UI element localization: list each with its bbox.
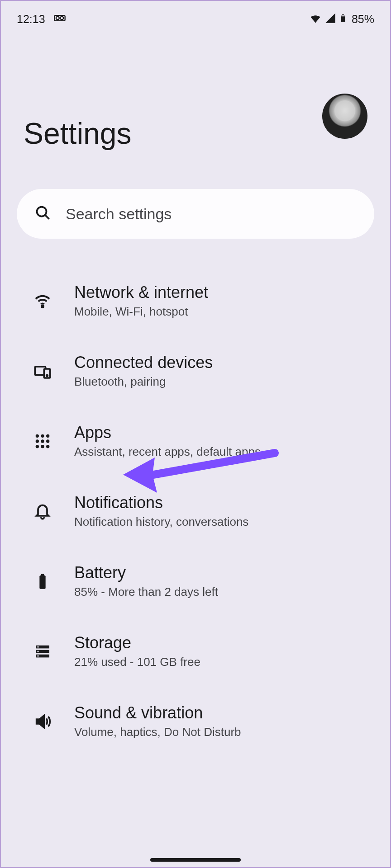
svg-rect-4 — [342, 14, 344, 15]
item-subtitle: 21% used - 101 GB free — [74, 655, 200, 669]
svg-point-26 — [37, 646, 38, 647]
settings-item-battery[interactable]: Battery 85% - More than 2 days left — [1, 546, 390, 616]
svg-point-14 — [46, 434, 49, 437]
settings-item-network[interactable]: Network & internet Mobile, Wi-Fi, hotspo… — [1, 266, 390, 336]
svg-point-16 — [41, 439, 44, 443]
svg-point-1 — [56, 17, 59, 20]
item-title: Apps — [74, 423, 261, 442]
header: Settings — [1, 33, 390, 157]
profile-avatar[interactable] — [322, 94, 367, 139]
status-time: 12:13 — [17, 13, 45, 26]
svg-line-7 — [45, 215, 49, 219]
svg-point-17 — [46, 439, 49, 443]
page-title: Settings — [24, 118, 131, 148]
item-subtitle: Volume, haptics, Do Not Disturb — [74, 725, 241, 739]
bell-icon — [33, 501, 52, 521]
battery-icon — [33, 571, 52, 591]
svg-point-20 — [46, 445, 49, 448]
devices-icon — [33, 361, 52, 381]
svg-rect-22 — [41, 574, 44, 576]
svg-point-13 — [41, 434, 44, 437]
svg-point-18 — [36, 445, 39, 448]
search-bar[interactable]: Search settings — [17, 189, 374, 239]
volume-icon — [33, 712, 52, 731]
storage-icon — [33, 642, 52, 661]
status-left: 12:13 — [17, 12, 66, 26]
settings-item-connected-devices[interactable]: Connected devices Bluetooth, pairing — [1, 336, 390, 406]
svg-point-27 — [37, 651, 38, 652]
svg-point-12 — [36, 434, 39, 437]
battery-percentage: 85% — [352, 13, 374, 26]
battery-icon — [339, 11, 347, 27]
status-right: 85% — [309, 11, 374, 27]
item-title: Network & internet — [74, 283, 208, 302]
voicemail-icon — [53, 12, 66, 26]
item-title: Connected devices — [74, 353, 213, 372]
item-title: Storage — [74, 633, 200, 652]
svg-point-8 — [42, 305, 43, 307]
svg-rect-5 — [341, 15, 345, 16]
item-title: Sound & vibration — [74, 703, 241, 722]
settings-item-sound[interactable]: Sound & vibration Volume, haptics, Do No… — [1, 686, 390, 756]
settings-item-notifications[interactable]: Notifications Notification history, conv… — [1, 476, 390, 546]
item-subtitle: Bluetooth, pairing — [74, 375, 213, 389]
search-icon — [35, 205, 51, 223]
item-title: Notifications — [74, 493, 248, 512]
wifi-icon — [309, 12, 322, 26]
signal-icon — [324, 12, 336, 26]
apps-grid-icon — [33, 431, 52, 451]
svg-point-15 — [36, 439, 39, 443]
item-subtitle: Notification history, conversations — [74, 515, 248, 529]
item-subtitle: Assistant, recent apps, default apps — [74, 445, 261, 459]
status-bar: 12:13 85% — [1, 1, 390, 33]
search-placeholder: Search settings — [66, 205, 172, 223]
settings-list: Network & internet Mobile, Wi-Fi, hotspo… — [1, 239, 390, 756]
svg-point-11 — [47, 375, 48, 376]
settings-item-apps[interactable]: Apps Assistant, recent apps, default app… — [1, 406, 390, 476]
svg-point-6 — [37, 207, 47, 217]
settings-item-storage[interactable]: Storage 21% used - 101 GB free — [1, 616, 390, 686]
item-subtitle: 85% - More than 2 days left — [74, 585, 218, 599]
svg-point-2 — [60, 17, 63, 20]
wifi-icon — [33, 291, 52, 311]
item-subtitle: Mobile, Wi-Fi, hotspot — [74, 305, 208, 319]
svg-point-28 — [37, 655, 38, 656]
svg-point-19 — [41, 445, 44, 448]
svg-rect-21 — [39, 575, 45, 589]
item-title: Battery — [74, 563, 218, 582]
gesture-nav-bar[interactable] — [150, 858, 241, 862]
